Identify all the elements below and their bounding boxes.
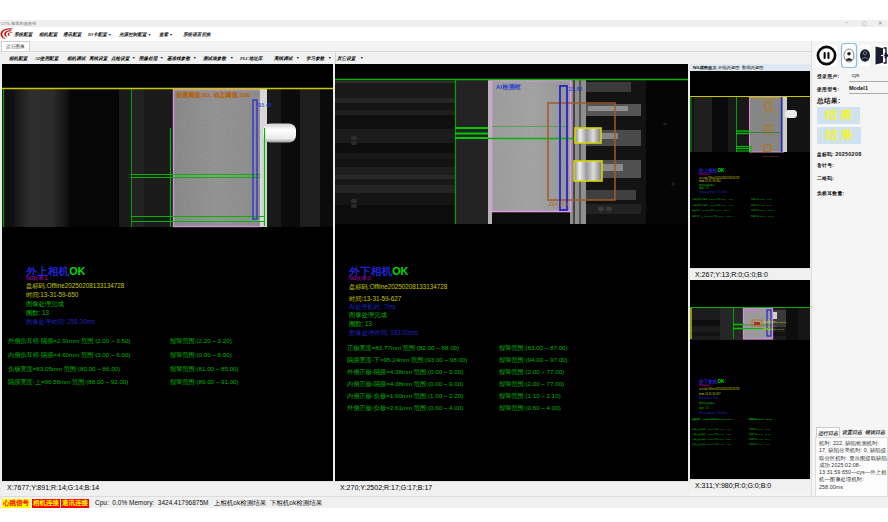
svg-text:图像处理完成: 图像处理完成 bbox=[26, 300, 64, 308]
svg-text:外侧正极-负极=2.61mm 范围:(0.60 ~ 4.00: 外侧正极-负极=2.61mm 范围:(0.60 ~ 4.00) bbox=[692, 442, 731, 446]
svg-text:盘标码:Offline20250208133134728: 盘标码:Offline20250208133134728 bbox=[699, 176, 740, 180]
svg-text:报警范围:(0.00 ~ 8.00): 报警范围:(0.00 ~ 8.00) bbox=[751, 203, 772, 207]
svg-text:图像处理时间: 258.00ms: 图像处理时间: 258.00ms bbox=[699, 190, 728, 194]
svg-text:内侧正极-负极=1.90mm 范围:(1.00 ~ 2.20: 内侧正极-负极=1.90mm 范围:(1.00 ~ 2.20) bbox=[347, 392, 463, 400]
svg-text:报警范围:(2.00 ~ 77.00): 报警范围:(2.00 ~ 77.00) bbox=[749, 432, 771, 436]
svg-text:圈数: 13: 圈数: 13 bbox=[699, 186, 709, 190]
svg-text:盘标码:Offline20250208133134728: 盘标码:Offline20250208133134728 bbox=[349, 283, 448, 291]
svg-text:报警范围:(2.20 ~ 3.20): 报警范围:(2.20 ~ 3.20) bbox=[751, 197, 772, 201]
svg-text:报警范围:(89.00 ~ 91.00): 报警范围:(89.00 ~ 91.00) bbox=[169, 378, 239, 386]
svg-text:报警范围:(0.00 ~ 8.00): 报警范围:(0.00 ~ 8.00) bbox=[169, 351, 232, 359]
svg-text:极耳间距OK 17.42: 极耳间距OK 17.42 bbox=[762, 327, 784, 331]
svg-text:报警范围:(2.00 ~ 77.00): 报警范围:(2.00 ~ 77.00) bbox=[749, 427, 771, 431]
svg-text:33:1.44.3,1.9: 33:1.44.3,1.9 bbox=[764, 113, 779, 116]
svg-text:报警范围:(2.00 ~ 77.00): 报警范围:(2.00 ~ 77.00) bbox=[498, 368, 564, 376]
svg-text:报警范围:(2.00 ~ 77.00): 报警范围:(2.00 ~ 77.00) bbox=[498, 380, 564, 388]
svg-text:内侧负耳根-隔膜=4.60mm 范围:(3.00 ~ 6.0: 内侧负耳根-隔膜=4.60mm 范围:(3.00 ~ 6.00) bbox=[8, 351, 130, 359]
svg-text:25.88%142.7: 25.88%142.7 bbox=[765, 133, 780, 136]
svg-text:报警范围:(81.00 ~ 85.00): 报警范围:(81.00 ~ 85.00) bbox=[169, 365, 239, 373]
svg-text:负极宽度=83.05mm 范围:(80.00 ~ 86.00: 负极宽度=83.05mm 范围:(80.00 ~ 86.00) bbox=[692, 209, 730, 212]
svg-text:外侧负耳根-隔膜=2.91mm 范围:(2.00 ~ 3.5: 外侧负耳根-隔膜=2.91mm 范围:(2.00 ~ 3.50) bbox=[8, 337, 130, 345]
svg-text:图像处理完成: 图像处理完成 bbox=[699, 401, 715, 405]
svg-text:负极宽度=83.05mm 范围:(80.00 ~ 86.00: 负极宽度=83.05mm 范围:(80.00 ~ 86.00) bbox=[8, 365, 120, 373]
svg-text:报警范围:(94.00 ~ 97.00): 报警范围:(94.00 ~ 97.00) bbox=[498, 356, 568, 364]
svg-text:盘标码:Offline20250208133134728: 盘标码:Offline20250208133134728 bbox=[699, 387, 740, 391]
svg-text:图像处理时间: 183.00ms: 图像处理时间: 183.00ms bbox=[349, 329, 418, 337]
svg-text:AI处理机时: 7ms: AI处理机时: 7ms bbox=[699, 396, 719, 400]
svg-text:隔膜宽度-上=90.56mm 范围:(88.00 ~ 92.: 隔膜宽度-上=90.56mm 范围:(88.00 ~ 92.00) bbox=[8, 378, 128, 386]
svg-text:报警范围:(0.60 ~ 4.00): 报警范围:(0.60 ~ 4.00) bbox=[749, 442, 770, 446]
svg-text:圈数: 13: 圈数: 13 bbox=[26, 309, 50, 316]
svg-text:33.1.46.3a,1.8: 33.1.46.3a,1.8 bbox=[763, 155, 779, 158]
svg-text:外侧正极-隔膜=4.38mm 范围:(0.00 ~ 9.00: 外侧正极-隔膜=4.38mm 范围:(0.00 ~ 9.00) bbox=[347, 368, 463, 376]
svg-text:AI处理机时: 7ms: AI处理机时: 7ms bbox=[349, 303, 396, 311]
svg-text:外侧正极-负极=2.61mm 范围:(0.60 ~ 4.00: 外侧正极-负极=2.61mm 范围:(0.60 ~ 4.00) bbox=[347, 404, 463, 412]
svg-text:时间:13-31-59-650: 时间:13-31-59-650 bbox=[26, 291, 79, 299]
svg-text:报警范围:(0.60 ~ 4.00): 报警范围:(0.60 ~ 4.00) bbox=[498, 404, 561, 412]
svg-text:23.4 17.4: 23.4 17.4 bbox=[549, 202, 568, 207]
svg-text:前景阈值:93, 动态阈值:100: 前景阈值:93, 动态阈值:100 bbox=[752, 98, 781, 101]
svg-text:报警范围:(2.20 ~ 3.20): 报警范围:(2.20 ~ 3.20) bbox=[169, 337, 232, 345]
svg-text:报警范围:(81.00 ~ 85.00): 报警范围:(81.00 ~ 85.00) bbox=[751, 208, 774, 212]
svg-text:图像处理时间: 258.00ms: 图像处理时间: 258.00ms bbox=[26, 318, 95, 326]
svg-text:绝缘带检测OK 23.88: 绝缘带检测OK 23.88 bbox=[763, 320, 787, 324]
svg-text:隔膜宽度-下=95.24mm 范围:(93.00 ~ 98.: 隔膜宽度-下=95.24mm 范围:(93.00 ~ 98.00) bbox=[692, 418, 733, 421]
svg-text:AI检测框: AI检测框 bbox=[747, 309, 758, 313]
svg-text:前景阈值:93, 动态阈值:100: 前景阈值:93, 动态阈值:100 bbox=[176, 91, 251, 99]
svg-text:NG比率:1: NG比率:1 bbox=[26, 275, 48, 281]
svg-text:NG比率:1: NG比率:1 bbox=[699, 172, 711, 176]
svg-text:圈数: 13: 圈数: 13 bbox=[699, 406, 709, 410]
svg-text:圈数: 13: 圈数: 13 bbox=[349, 320, 373, 327]
svg-text:NG比率:0: NG比率:0 bbox=[349, 275, 371, 281]
svg-text:报警范围:(89.00 ~ 91.00): 报警范围:(89.00 ~ 91.00) bbox=[751, 214, 774, 218]
svg-text:NG比率:0: NG比率:0 bbox=[699, 383, 711, 387]
svg-text:外侧正极-隔膜=4.38mm 范围:(0.00 ~ 9.00: 外侧正极-隔膜=4.38mm 范围:(0.00 ~ 9.00) bbox=[692, 427, 731, 431]
svg-text:图像处理时间: 183.00ms: 图像处理时间: 183.00ms bbox=[699, 411, 728, 415]
svg-text:盘标码:Offline20250208133134728: 盘标码:Offline20250208133134728 bbox=[26, 282, 125, 290]
svg-text:内侧负耳根-隔膜=4.60mm 范围:(3.00 ~ 6.0: 内侧负耳根-隔膜=4.60mm 范围:(3.00 ~ 6.00) bbox=[692, 204, 733, 207]
svg-text:隔膜宽度-下=95.24mm 范围:(93.00 ~ 98.: 隔膜宽度-下=95.24mm 范围:(93.00 ~ 98.00) bbox=[347, 356, 467, 364]
svg-text:时间:13-31-59-650: 时间:13-31-59-650 bbox=[699, 179, 721, 183]
svg-text:内侧正极-隔膜=4.38mm 范围:(0.00 ~ 9.00: 内侧正极-隔膜=4.38mm 范围:(0.00 ~ 9.00) bbox=[347, 380, 463, 388]
svg-text:内侧正极-负极=1.90mm 范围:(1.00 ~ 2.20: 内侧正极-负极=1.90mm 范围:(1.00 ~ 2.20) bbox=[692, 438, 731, 441]
svg-text:时间:13-31-59-627: 时间:13-31-59-627 bbox=[699, 392, 721, 396]
svg-text:内侧正极-隔膜=4.38mm 范围:(0.00 ~ 9.00: 内侧正极-隔膜=4.38mm 范围:(0.00 ~ 9.00) bbox=[692, 433, 731, 436]
svg-text:图像处理完成: 图像处理完成 bbox=[349, 311, 387, 319]
svg-text:正极宽度=83.77mm 范围:(82.00 ~ 88.00: 正极宽度=83.77mm 范围:(82.00 ~ 88.00) bbox=[347, 344, 459, 352]
svg-text:AI检测框: AI检测框 bbox=[496, 83, 522, 91]
svg-text:93.48: 93.48 bbox=[258, 102, 272, 108]
svg-text:外侧负耳根-隔膜=2.91mm 范围:(2.00 ~ 3.5: 外侧负耳根-隔膜=2.91mm 范围:(2.00 ~ 3.50) bbox=[692, 197, 733, 201]
svg-text:23.88: 23.88 bbox=[569, 86, 583, 92]
svg-text:图像处理完成: 图像处理完成 bbox=[699, 183, 715, 187]
svg-text:时间:13-31-59-627: 时间:13-31-59-627 bbox=[349, 295, 402, 303]
svg-text:报警范围:(1.10 ~ 2.10): 报警范围:(1.10 ~ 2.10) bbox=[749, 437, 770, 441]
svg-text:报警范围:(94.00 ~ 97.00): 报警范围:(94.00 ~ 97.00) bbox=[749, 417, 772, 421]
svg-text:报警范围:(1.10 ~ 2.10): 报警范围:(1.10 ~ 2.10) bbox=[498, 392, 561, 400]
svg-text:报警范围:(83.00 ~ 87.00): 报警范围:(83.00 ~ 87.00) bbox=[498, 344, 568, 352]
svg-text:隔膜宽度-上=90.56mm 范围:(88.00 ~ 92.: 隔膜宽度-上=90.56mm 范围:(88.00 ~ 92.00) bbox=[692, 215, 733, 218]
